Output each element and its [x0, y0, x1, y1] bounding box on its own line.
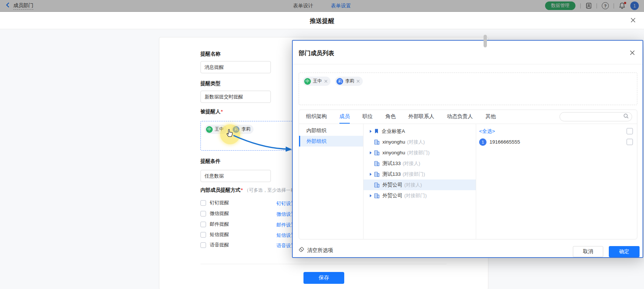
tab-members[interactable]: 成员 [339, 110, 350, 124]
checkbox[interactable] [200, 200, 206, 206]
tree-item[interactable]: xinyonghu (对接人) [364, 137, 476, 147]
avatar: 中 [206, 126, 213, 133]
checkbox[interactable] [200, 211, 206, 216]
required-mark: * [221, 109, 223, 114]
building-icon [374, 150, 379, 155]
tab-form-design[interactable]: 表单设计 [293, 3, 313, 9]
picker-body: 组织架构 成员 职位 角色 外部联系人 动态负责人 其他 内部组织 外部组织 [299, 110, 637, 239]
avatar: 莉 [336, 78, 343, 85]
select-all-row: <全选> [476, 126, 637, 137]
reminder-name-label: 提醒名称 [200, 51, 220, 57]
nav-actions: 数据管理 ? 1 [545, 0, 639, 11]
app-window: 成员部门 表单设计 表单设置 数据管理 ? 1 推送提醒 [0, 0, 644, 289]
divider [293, 64, 643, 64]
form-name-label[interactable]: 成员部门 [13, 2, 33, 10]
divider [597, 3, 597, 9]
selected-chip[interactable]: 中 王中 [303, 77, 331, 86]
member-name: 19166665555 [489, 139, 520, 145]
selected-chip-name: 李莉 [345, 78, 354, 84]
building-icon [374, 139, 379, 145]
checkbox[interactable] [627, 128, 633, 134]
member-list: <全选> 1 19166665555 [476, 124, 637, 239]
data-manage-button[interactable]: 数据管理 [545, 1, 575, 10]
selected-members-box[interactable]: 中 王中 莉 李莉 [299, 73, 637, 105]
tree-item[interactable]: xinyonghu (对接部门) [364, 147, 476, 158]
checkbox[interactable] [200, 232, 206, 238]
divider [580, 3, 581, 9]
address-book-icon[interactable] [585, 3, 592, 9]
remove-chip-icon[interactable] [324, 80, 328, 83]
method-row-dingtalk: 钉钉提醒 [200, 200, 229, 206]
top-nav: 成员部门 表单设计 表单设置 数据管理 ? 1 [0, 0, 644, 12]
caret-right-icon[interactable] [370, 130, 372, 133]
tree-item-selected[interactable]: 外贸公司 (对接人) [364, 179, 476, 190]
modal-title: 部门成员列表 [299, 50, 334, 57]
group-internal-org[interactable]: 内部组织 [299, 125, 363, 136]
confirm-button[interactable]: 确定 [609, 246, 640, 257]
help-icon[interactable]: ? [602, 2, 609, 9]
caret-right-icon[interactable] [370, 194, 372, 197]
bookmark-icon [374, 128, 379, 134]
tab-positions[interactable]: 职位 [362, 110, 373, 124]
methods-label: 内部成员提醒方式 [200, 187, 240, 193]
avatar: 1 [479, 138, 487, 146]
selected-chip[interactable]: 莉 李莉 [335, 77, 363, 86]
checkbox[interactable] [200, 222, 206, 227]
tab-roles[interactable]: 角色 [385, 110, 396, 124]
tree-item[interactable]: 企业标签A [364, 126, 476, 137]
org-group-list: 内部组织 外部组织 [299, 124, 364, 239]
search-icon [623, 113, 629, 120]
tree-item[interactable]: 测试133 (对接人) [364, 158, 476, 169]
building-icon [374, 171, 379, 177]
tab-form-settings[interactable]: 表单设置 [331, 3, 351, 9]
tab-dynamic-owner[interactable]: 动态负责人 [447, 110, 473, 124]
department-member-modal: 部门成员列表 中 王中 莉 李莉 组织架构 [292, 40, 643, 258]
reminder-type-input[interactable]: 新数据提交时提醒 [200, 91, 271, 103]
save-button[interactable]: 保存 [303, 272, 344, 284]
method-row-wechat: 微信提醒 [200, 211, 229, 216]
condition-label: 提醒条件 [200, 158, 220, 165]
form-footer-divider [200, 264, 447, 264]
search-input[interactable] [560, 112, 632, 121]
caret-right-icon[interactable] [370, 173, 372, 176]
modal-close-icon[interactable] [630, 50, 635, 57]
selected-chip-name: 王中 [313, 78, 322, 84]
member-row[interactable]: 1 19166665555 [476, 137, 637, 147]
building-icon [374, 193, 379, 198]
eraser-icon [299, 247, 305, 254]
tab-other[interactable]: 其他 [485, 110, 496, 124]
recipient-label: 被提醒人* [200, 108, 223, 115]
remove-chip-icon[interactable] [356, 80, 360, 83]
nav-back[interactable]: 成员部门 [6, 0, 33, 11]
required-mark: * [241, 187, 243, 193]
tree-item[interactable]: 外贸公司 (对接部门) [364, 190, 476, 201]
tree-item[interactable]: 测试133 (对接部门) [364, 169, 476, 179]
checkbox[interactable] [200, 242, 206, 248]
page-header: 推送提醒 [0, 12, 644, 29]
caret-right-icon[interactable] [370, 151, 372, 154]
user-avatar[interactable]: 1 [630, 1, 639, 10]
clear-selection-button[interactable]: 清空所选项 [299, 247, 333, 254]
select-all-link[interactable]: <全选> [479, 128, 495, 135]
page-title: 推送提醒 [0, 17, 644, 25]
method-row-email: 邮件提醒 [200, 221, 229, 227]
divider [614, 3, 614, 9]
checkbox[interactable] [627, 139, 633, 145]
condition-input[interactable]: 任意数据 [200, 170, 271, 182]
method-row-voice: 语音提醒 [200, 242, 229, 248]
building-icon [374, 161, 379, 166]
building-icon [374, 182, 379, 188]
scrollbar-thumb[interactable] [484, 35, 487, 47]
page-close-icon[interactable] [630, 17, 636, 24]
reminder-name-input[interactable]: 消息提醒 [200, 61, 271, 73]
tab-external-contacts[interactable]: 外部联系人 [408, 110, 434, 124]
group-external-org[interactable]: 外部组织 [299, 136, 363, 147]
back-chevron-icon[interactable] [6, 2, 10, 9]
method-row-sms: 短信提醒 [200, 232, 229, 238]
tab-org-structure[interactable]: 组织架构 [306, 110, 327, 124]
cancel-button[interactable]: 取消 [573, 246, 603, 257]
footer-buttons: 取消 确定 [573, 246, 640, 257]
nav-tabs: 表单设计 表单设置 [293, 0, 351, 11]
reminder-type-label: 提醒类型 [200, 80, 220, 87]
notification-bell-icon[interactable] [619, 2, 625, 9]
